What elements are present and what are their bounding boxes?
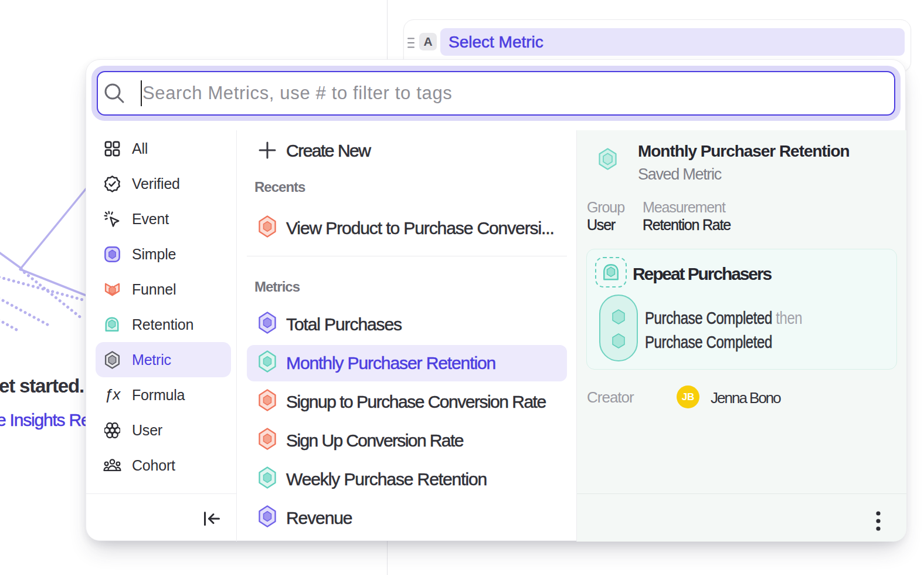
svg-text:ƒx: ƒx bbox=[104, 386, 121, 403]
